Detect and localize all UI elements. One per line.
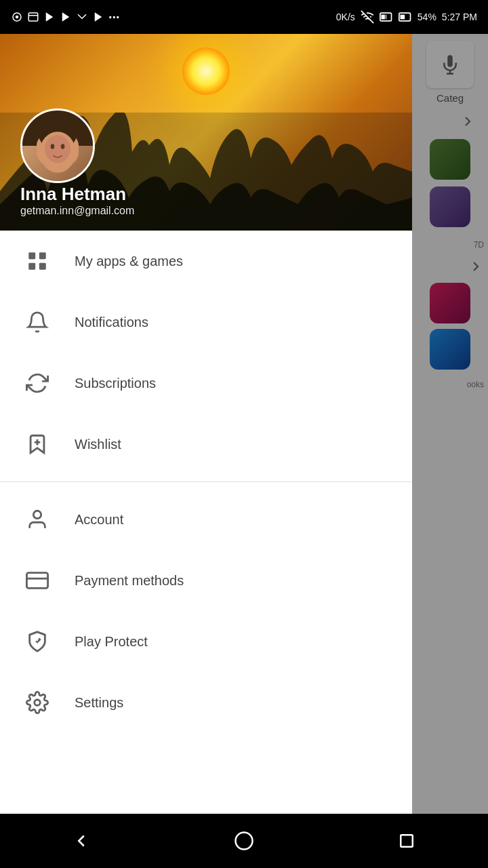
avatar-face — [22, 111, 93, 181]
clock: 5:27 PM — [442, 12, 477, 22]
bookmark-icon — [20, 427, 54, 461]
wishlist-label: Wishlist — [75, 437, 121, 452]
status-right: 0K/s 54% 5:27 PM — [336, 10, 477, 24]
menu-item-settings[interactable]: Settings — [0, 672, 412, 733]
menu-section-1: My apps & games Notifications Subscripti… — [0, 231, 412, 475]
menu-section: My apps & games Notifications Subscripti… — [0, 231, 412, 814]
menu-divider — [0, 481, 412, 482]
menu-item-notifications[interactable]: Notifications — [0, 292, 412, 353]
svg-rect-10 — [400, 15, 405, 20]
battery-level: 54% — [418, 12, 436, 22]
menu-item-payment-methods[interactable]: Payment methods — [0, 550, 412, 611]
svg-point-29 — [236, 833, 253, 850]
back-button[interactable] — [61, 821, 102, 861]
svg-rect-30 — [401, 835, 413, 847]
svg-point-17 — [61, 144, 65, 149]
svg-point-1 — [16, 16, 19, 19]
svg-rect-8 — [381, 15, 386, 20]
my-apps-games-label: My apps & games — [75, 254, 183, 269]
credit-card-icon — [20, 564, 54, 597]
recents-button[interactable] — [386, 821, 427, 861]
sun-decoration — [182, 47, 230, 95]
play-protect-label: Play Protect — [75, 634, 148, 650]
gear-icon — [20, 686, 54, 719]
svg-rect-21 — [39, 263, 46, 270]
bell-icon — [20, 305, 54, 339]
svg-point-28 — [35, 700, 41, 706]
svg-marker-3 — [46, 12, 54, 22]
svg-rect-18 — [28, 252, 35, 259]
svg-rect-2 — [28, 13, 38, 21]
svg-point-15 — [45, 135, 70, 163]
svg-rect-19 — [39, 252, 46, 259]
menu-item-wishlist[interactable]: Wishlist — [0, 414, 412, 475]
menu-item-account[interactable]: Account — [0, 489, 412, 550]
network-speed: 0K/s — [336, 12, 355, 22]
notifications-label: Notifications — [75, 315, 148, 330]
profile-email: getman.inn@gmail.com — [20, 205, 134, 217]
payment-methods-label: Payment methods — [75, 573, 184, 589]
subscriptions-label: Subscriptions — [75, 376, 156, 391]
profile-name: Inna Hetman — [20, 184, 134, 205]
svg-point-16 — [51, 144, 55, 149]
profile-header: Inna Hetman getman.inn@gmail.com — [0, 34, 412, 231]
svg-rect-25 — [26, 573, 47, 589]
profile-info: Inna Hetman getman.inn@gmail.com — [20, 184, 134, 217]
nav-bar — [0, 814, 488, 868]
menu-section-2: Account Payment methods Play Protect — [0, 489, 412, 733]
status-icons: ··· — [11, 9, 120, 25]
menu-item-play-protect[interactable]: Play Protect — [0, 611, 412, 672]
svg-marker-27 — [35, 637, 41, 644]
svg-marker-5 — [95, 12, 102, 22]
avatar — [20, 108, 95, 183]
drawer: Inna Hetman getman.inn@gmail.com My apps… — [0, 34, 412, 814]
svg-marker-4 — [62, 12, 70, 22]
menu-item-subscriptions[interactable]: Subscriptions — [0, 353, 412, 414]
refresh-icon — [20, 366, 54, 400]
svg-rect-20 — [28, 263, 35, 270]
menu-item-my-apps-games[interactable]: My apps & games — [0, 231, 412, 292]
account-label: Account — [75, 512, 123, 528]
grid-icon — [20, 244, 54, 278]
status-bar: ··· 0K/s 54% 5:27 PM — [0, 0, 488, 34]
shield-icon — [20, 625, 54, 658]
home-button[interactable] — [224, 821, 264, 861]
person-icon — [20, 502, 54, 536]
svg-point-24 — [33, 511, 41, 518]
settings-label: Settings — [75, 695, 123, 711]
